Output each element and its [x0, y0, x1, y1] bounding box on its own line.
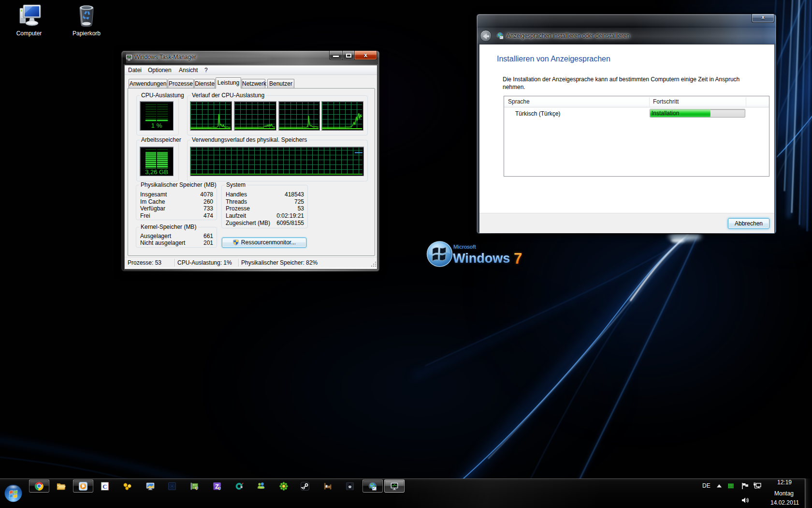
stat-label: Zugesichert (MB) — [226, 220, 270, 226]
logo-windows-text: Windows — [453, 251, 510, 266]
dialog-titlebar-icon — [496, 31, 504, 40]
taskbar-item-icq[interactable] — [274, 479, 294, 493]
taskbar-item-yellow-app[interactable] — [117, 479, 138, 493]
dialog-back-button[interactable] — [480, 30, 492, 42]
resource-monitor-label: Ressourcenmonitor... — [241, 239, 296, 246]
taskman-performance-panel: CPU-Auslastung 1 % Verlauf der CPU-Ausla… — [128, 88, 375, 256]
dialog-text-line1: Die Installation der Anzeigesprache kann… — [503, 75, 740, 83]
cancel-button[interactable]: Abbrechen — [728, 218, 769, 229]
statusbar-separator — [238, 259, 239, 267]
desktop-icon-label: Papierkorb — [65, 30, 108, 37]
taskman-statusbar: Prozesse: 53 CPU-Auslastung: 1% Physikal… — [125, 257, 377, 268]
status-processes: Prozesse: 53 — [128, 259, 161, 266]
cpu-history-graph-2 — [234, 101, 276, 131]
taskman-titlebar-icon — [125, 54, 133, 61]
taskbar-item-chrome[interactable] — [29, 479, 49, 493]
dark-game-icon — [167, 481, 177, 491]
stat-row: Nicht ausgelagert201 — [140, 239, 213, 246]
menu-?[interactable]: ? — [202, 65, 211, 75]
display-app-icon — [145, 481, 155, 491]
column-separator[interactable] — [746, 97, 746, 106]
taskbar-item-z-app[interactable] — [207, 479, 227, 493]
column-separator[interactable] — [649, 97, 650, 106]
dialog-heading: Installieren von Anzeigesprachen — [497, 55, 610, 63]
menu-optionen[interactable]: Optionen — [145, 65, 174, 75]
desktop: Computer Papierkorb — [0, 0, 812, 508]
stat-row: Threads725 — [226, 198, 304, 205]
taskbar-item-codec-tool[interactable] — [229, 479, 249, 493]
stat-row: Laufzeit0:02:19:21 — [226, 212, 304, 219]
column-header-progress[interactable]: Fortschritt — [653, 98, 679, 105]
media-player-icon — [78, 481, 88, 491]
stat-label: Ausgelagert — [140, 233, 171, 239]
taskbar-item-media-player[interactable] — [73, 479, 93, 493]
taskbar-item-language-install[interactable] — [362, 479, 383, 493]
stat-label: Handles — [226, 191, 247, 198]
icq-icon — [279, 481, 289, 491]
start-button[interactable] — [4, 484, 23, 503]
taskbar-item-c-app[interactable] — [95, 479, 115, 493]
language-row-label: Türkisch (Türkçe) — [515, 110, 560, 117]
minimize-icon — [333, 56, 339, 57]
tab-prozesse[interactable]: Prozesse — [168, 79, 194, 88]
recycle-bin-icon — [76, 4, 97, 27]
kernel-memory-group-label: Kernel-Speicher (MB) — [139, 224, 198, 230]
cpu-usage-meter: 1 % — [140, 101, 174, 131]
taskbar-item-explorer[interactable] — [51, 479, 71, 493]
cpu-history-graph-3 — [278, 101, 320, 131]
physical-memory-group-label: Physikalischer Speicher (MB) — [139, 182, 218, 188]
windows-start-icon — [4, 484, 23, 503]
dialog-close-button[interactable]: x — [752, 14, 774, 23]
system-group-label: System — [225, 182, 247, 188]
minimize-button[interactable] — [329, 51, 343, 60]
stat-value: 733 — [203, 205, 213, 212]
taskbar-item-gpu-tool[interactable] — [184, 479, 204, 493]
stat-label: Prozesse — [226, 205, 250, 212]
taskbar-item-bed-app[interactable] — [318, 479, 338, 493]
taskbar-item-steam[interactable] — [295, 479, 315, 493]
column-header-language[interactable]: Sprache — [508, 98, 530, 105]
stat-row: Zugesichert (MB)6095/8155 — [226, 220, 304, 226]
close-button[interactable]: x — [354, 51, 377, 60]
show-desktop-button[interactable] — [805, 478, 812, 508]
stat-row: Ausgelagert661 — [140, 233, 213, 239]
memory-history-group-label: Verwendungsverlauf des physikal. Speiche… — [190, 137, 308, 143]
taskbar — [0, 478, 812, 508]
memory-meter-group-label: Arbeitsspeicher — [140, 137, 183, 143]
maximize-button[interactable] — [342, 51, 355, 60]
codec-tool-icon — [234, 481, 244, 491]
stat-label: Verfügbar — [140, 205, 165, 212]
stat-label: Insgesamt — [140, 191, 167, 198]
bed-app-icon — [323, 481, 333, 491]
tab-dienste[interactable]: Dienste — [194, 79, 215, 88]
stat-row: Handles418543 — [226, 191, 304, 198]
tab-benutzer[interactable]: Benutzer — [267, 79, 294, 88]
taskbar-item-dark-game[interactable] — [162, 479, 182, 493]
kernel-memory-group: Kernel-Speicher (MB) Ausgelagert661Nicht… — [136, 227, 217, 248]
taskbar-item-display-app[interactable] — [140, 479, 160, 493]
taskbar-item-task-manager[interactable] — [384, 479, 405, 493]
system-group: System Handles418543Threads725Prozesse53… — [221, 185, 308, 228]
desktop-icon-computer[interactable]: Computer — [7, 4, 51, 37]
desktop-icon-papierkorb[interactable]: Papierkorb — [65, 4, 108, 37]
taskbar-item-messenger[interactable] — [251, 479, 271, 493]
windows7-logo: Microsoft Windows 7 — [424, 238, 531, 272]
stat-row: Insgesamt4078 — [140, 191, 213, 198]
tab-leistung[interactable]: Leistung — [216, 77, 241, 89]
tab-netzwerk[interactable]: Netzwerk — [242, 79, 265, 88]
stat-row: Verfügbar733 — [140, 205, 213, 212]
taskbar-item-dark-portrait-game[interactable] — [340, 479, 360, 493]
computer-icon — [16, 4, 42, 27]
menu-ansicht[interactable]: Ansicht — [176, 65, 201, 75]
resize-grip[interactable] — [370, 261, 377, 267]
chrome-icon — [34, 481, 44, 491]
back-arrow-tail — [486, 35, 489, 37]
steam-icon — [300, 481, 310, 491]
statusbar-separator — [174, 259, 175, 267]
tab-anwendungen[interactable]: Anwendungen — [129, 79, 167, 88]
stat-value: 474 — [203, 212, 213, 219]
logo-microsoft-text: Microsoft — [453, 244, 476, 250]
menu-datei[interactable]: Datei — [125, 65, 145, 75]
dialog-body: Installieren von Anzeigesprachen Die Ins… — [479, 44, 775, 233]
resource-monitor-button[interactable]: Ressourcenmonitor... — [222, 238, 306, 248]
